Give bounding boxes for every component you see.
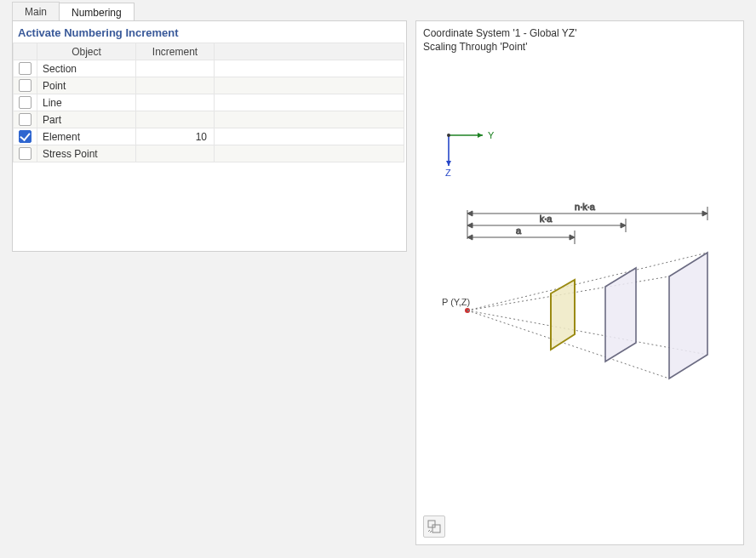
cell-empty (215, 145, 404, 162)
tab-numbering[interactable]: Numbering (59, 3, 135, 21)
dimension-lines: n·k·a k·a a (467, 202, 707, 244)
checkbox-element[interactable] (19, 130, 32, 143)
axes-icon: Y Z (445, 130, 495, 178)
cell-empty (215, 94, 404, 111)
svg-marker-1 (478, 133, 483, 138)
col-header-object: Object (37, 43, 136, 60)
cell-object[interactable]: Part (37, 111, 136, 128)
checkbox-section[interactable] (19, 62, 32, 75)
tab-numbering-label: Numbering (72, 7, 122, 19)
svg-point-4 (447, 134, 450, 137)
point-label: P (Y,Z) (442, 297, 470, 307)
checkbox-line[interactable] (19, 96, 32, 109)
svg-marker-25 (551, 280, 575, 350)
table-row: Point (14, 77, 404, 94)
cell-object[interactable]: Point (37, 77, 136, 94)
panel-title: Activate Numbering Increment (13, 21, 406, 43)
view-settings-icon (427, 520, 441, 533)
table-row: Stress Point (14, 145, 404, 162)
tab-main[interactable]: Main (12, 2, 60, 20)
table-header-row: Object Increment (14, 43, 404, 60)
numbering-increment-panel: Activate Numbering Increment Object Incr… (12, 20, 407, 252)
svg-marker-16 (570, 235, 575, 240)
numbering-tab-panel: Main Numbering Activate Numbering Increm… (0, 0, 756, 558)
col-header-increment: Increment (136, 43, 215, 60)
table-row: Element 10 (14, 128, 404, 145)
caption-line1: Coordinate System '1 - Global YZ' (423, 26, 736, 40)
cell-empty (215, 128, 404, 145)
svg-marker-11 (467, 223, 472, 228)
table-row: Line (14, 94, 404, 111)
col-header-checkbox (14, 43, 37, 60)
table-row: Section (14, 60, 404, 77)
dim-nka: n·k·a (575, 202, 596, 212)
cell-object[interactable]: Line (37, 94, 136, 111)
cell-empty (215, 60, 404, 77)
cell-increment[interactable] (136, 60, 215, 77)
dim-a: a (516, 225, 522, 236)
col-header-empty (215, 43, 404, 60)
cell-increment[interactable] (136, 145, 215, 162)
diagram-svg: Y Z n·k·a (423, 98, 736, 404)
svg-marker-7 (702, 211, 707, 216)
svg-marker-15 (467, 235, 472, 240)
svg-marker-3 (446, 161, 451, 166)
cell-increment[interactable] (136, 111, 215, 128)
caption-line2: Scaling Through 'Point' (423, 40, 736, 54)
view-settings-button[interactable] (423, 515, 445, 538)
cell-empty (215, 77, 404, 94)
svg-rect-26 (428, 521, 435, 527)
shapes (551, 253, 707, 379)
cell-empty (215, 111, 404, 128)
scaling-diagram: Y Z n·k·a (423, 98, 736, 404)
svg-marker-6 (467, 211, 472, 216)
cell-object[interactable]: Section (37, 60, 136, 77)
checkbox-point[interactable] (19, 79, 32, 92)
table-row: Part (14, 111, 404, 128)
preview-panel: Coordinate System '1 - Global YZ' Scalin… (415, 20, 744, 545)
cell-increment[interactable] (136, 77, 215, 94)
axis-z-label: Z (445, 168, 451, 178)
origin-point: P (Y,Z) (442, 297, 470, 313)
preview-caption: Coordinate System '1 - Global YZ' Scalin… (416, 21, 743, 54)
numbering-table: Object Increment Section Point (13, 43, 404, 162)
checkbox-stress-point[interactable] (19, 147, 32, 160)
cell-object[interactable]: Stress Point (37, 145, 136, 162)
dim-ka: k·a (540, 214, 553, 224)
svg-marker-12 (621, 223, 626, 228)
panels: Activate Numbering Increment Object Incr… (12, 20, 744, 546)
cell-increment[interactable]: 10 (136, 128, 215, 145)
checkbox-part[interactable] (19, 113, 32, 126)
svg-marker-24 (605, 268, 636, 362)
svg-marker-23 (669, 253, 707, 379)
tab-main-label: Main (25, 6, 47, 18)
cell-object[interactable]: Element (37, 128, 136, 145)
svg-rect-27 (432, 525, 440, 532)
axis-y-label: Y (488, 130, 495, 140)
tabstrip: Main Numbering (12, 2, 134, 20)
cell-increment[interactable] (136, 94, 215, 111)
